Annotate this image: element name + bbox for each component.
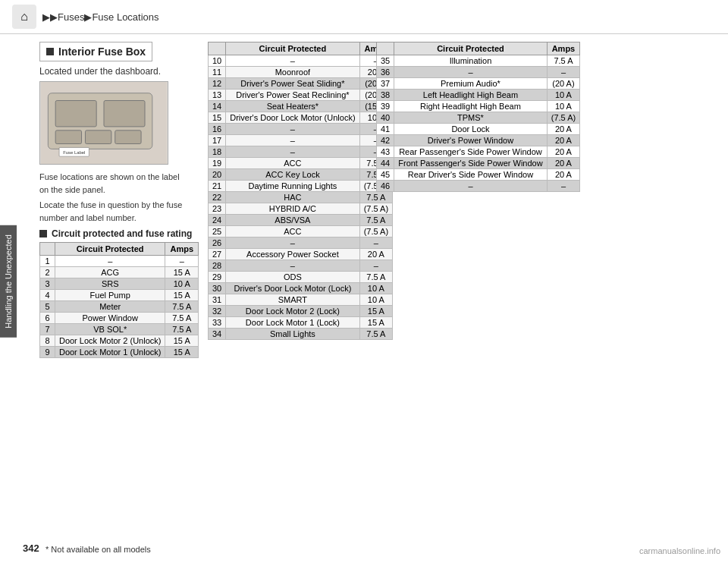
page-container: ⌂ ▶▶Fuses▶Fuse Locations Handling the Un…: [0, 0, 728, 563]
row-amps: –: [359, 237, 393, 249]
row-circuit: Door Lock: [394, 124, 547, 135]
row-amps: 10 A: [359, 294, 393, 306]
row-num: 13: [209, 90, 226, 101]
row-amps: (7.5 A): [359, 203, 393, 215]
svg-rect-4: [55, 131, 81, 144]
row-num: 23: [209, 203, 226, 215]
row-num: 22: [209, 192, 226, 203]
row-num: 19: [209, 158, 226, 169]
row-amps: 15 A: [165, 335, 199, 347]
table-row: 36––: [377, 67, 580, 78]
table-row: 8Door Lock Motor 2 (Unlock)15 A: [40, 335, 199, 347]
row-num: 43: [377, 146, 394, 158]
row-circuit: –: [226, 55, 359, 67]
row-amps: 7.5 A: [547, 55, 580, 67]
table-row: 42Driver's Power Window20 A: [377, 135, 580, 146]
row-num: 33: [209, 317, 226, 329]
side-tab: Handling the Unexpected: [0, 225, 17, 338]
row-circuit: Rear Driver's Side Power Window: [394, 169, 547, 181]
row-num: 16: [209, 124, 226, 135]
row-num: 8: [40, 335, 55, 347]
table-row: 20ACC Key Lock7.5 A: [209, 169, 393, 181]
row-circuit: Power Window: [55, 313, 165, 324]
row-circuit: Left Headlight High Beam: [394, 90, 547, 101]
table-row: 13Driver's Power Seat Reclining*(20 A): [209, 90, 393, 101]
row-circuit: ABS/VSA: [226, 215, 359, 226]
row-amps: –: [165, 256, 199, 267]
row-circuit: Driver's Power Seat Reclining*: [226, 90, 359, 101]
table-row: 21Daytime Running Lights(7.5 A): [209, 181, 393, 192]
row-circuit: Driver's Door Lock Motor (Lock): [226, 283, 359, 294]
row-amps: 20 A: [547, 146, 580, 158]
table-row: 37Premium Audio*(20 A): [377, 78, 580, 90]
row-num: 7: [40, 324, 55, 335]
svg-rect-6: [115, 131, 141, 144]
table-row: 3SRS10 A: [40, 278, 199, 290]
row-amps: 20 A: [547, 158, 580, 169]
table-row: 45Rear Driver's Side Power Window20 A: [377, 169, 580, 181]
table-row: 46––: [377, 181, 580, 192]
row-num: 20: [209, 169, 226, 181]
table-row: 28––: [209, 260, 393, 272]
circuit-section-heading: Circuit protected and fuse rating: [39, 228, 199, 239]
table-row: 39Right Headlight High Beam10 A: [377, 101, 580, 112]
row-circuit: Seat Heaters*: [226, 101, 359, 112]
left-column: Interior Fuse Box Located under the dash…: [39, 42, 199, 358]
row-amps: 15 A: [165, 347, 199, 358]
table-row: 11Moonroof20 A: [209, 67, 393, 78]
row-amps: 7.5 A: [359, 215, 393, 226]
row-amps: 7.5 A: [165, 301, 199, 313]
row-num: 18: [209, 146, 226, 158]
circuit-heading-square-icon: [39, 230, 47, 237]
row-circuit: HYBRID A/C: [226, 203, 359, 215]
row-num: 39: [377, 101, 394, 112]
row-num: 27: [209, 249, 226, 260]
fuse-desc-1: Fuse locations are shown on the label on…: [39, 171, 184, 196]
row-num: 5: [40, 301, 55, 313]
section-heading-box: Interior Fuse Box: [39, 42, 152, 61]
left-fuse-table: Circuit Protected Amps 1––2ACG15 A3SRS10…: [39, 242, 199, 358]
row-num: 37: [377, 78, 394, 90]
table-row: 41Door Lock20 A: [377, 124, 580, 135]
left-col-amps-header: Amps: [165, 243, 199, 256]
table-row: 29ODS7.5 A: [209, 272, 393, 283]
left-col-num-header: [40, 243, 55, 256]
row-amps: 10 A: [165, 278, 199, 290]
row-circuit: Driver's Power Seat Sliding*: [226, 78, 359, 90]
table-row: 40TPMS*(7.5 A): [377, 112, 580, 124]
row-amps: 15 A: [165, 290, 199, 301]
fuse-desc-2: Locate the fuse in question by the fuse …: [39, 199, 184, 224]
under-dash-text: Located under the dashboard.: [39, 66, 199, 77]
row-circuit: SRS: [55, 278, 165, 290]
row-num: 41: [377, 124, 394, 135]
row-circuit: HAC: [226, 192, 359, 203]
table-row: 4Fuel Pump15 A: [40, 290, 199, 301]
table-row: 16––: [209, 124, 393, 135]
row-amps: 7.5 A: [359, 192, 393, 203]
row-num: 3: [40, 278, 55, 290]
table-row: 43Rear Passenger's Side Power Window20 A: [377, 146, 580, 158]
row-circuit: ACC: [226, 226, 359, 237]
row-amps: –: [547, 67, 580, 78]
table-row: 2ACG15 A: [40, 267, 199, 278]
row-circuit: Illumination: [394, 55, 547, 67]
row-circuit: Driver's Door Lock Motor (Unlock): [226, 112, 359, 124]
row-circuit: Moonroof: [226, 67, 359, 78]
row-circuit: Door Lock Motor 2 (Unlock): [55, 335, 165, 347]
row-num: 32: [209, 306, 226, 317]
row-circuit: Door Lock Motor 1 (Lock): [226, 317, 359, 329]
row-num: 11: [209, 67, 226, 78]
row-amps: 10 A: [359, 283, 393, 294]
right-col-circuit-header: Circuit Protected: [394, 42, 547, 55]
circuit-heading-text: Circuit protected and fuse rating: [52, 228, 192, 239]
row-circuit: Door Lock Motor 2 (Lock): [226, 306, 359, 317]
footnote: * Not available on all models: [46, 545, 151, 554]
table-row: 23HYBRID A/C(7.5 A): [209, 203, 393, 215]
row-num: 2: [40, 267, 55, 278]
interior-fuse-box-heading: Interior Fuse Box: [58, 46, 146, 58]
row-num: 15: [209, 112, 226, 124]
row-circuit: –: [226, 146, 359, 158]
home-button[interactable]: ⌂: [12, 5, 36, 29]
table-row: 32Door Lock Motor 2 (Lock)15 A: [209, 306, 393, 317]
row-num: 24: [209, 215, 226, 226]
